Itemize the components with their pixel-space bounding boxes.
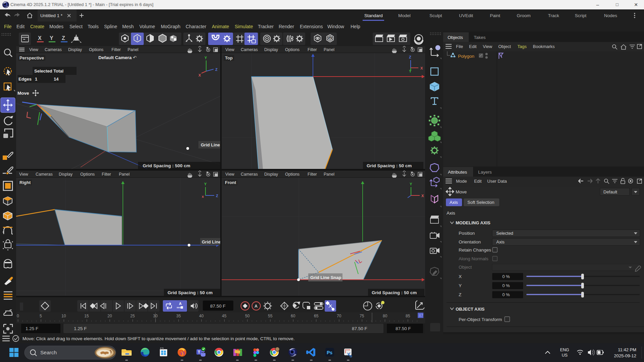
- svg-text:OBJECT AXIS: OBJECT AXIS: [456, 307, 485, 312]
- svg-text:0 %: 0 %: [502, 292, 510, 297]
- svg-text:Panel: Panel: [128, 47, 138, 52]
- svg-text:40: 40: [199, 314, 204, 318]
- svg-text:Attributes: Attributes: [448, 170, 467, 175]
- svg-text:Model: Model: [398, 13, 411, 18]
- svg-text:11:42 PM: 11:42 PM: [618, 347, 636, 352]
- svg-text:2025-09-12: 2025-09-12: [614, 353, 637, 358]
- svg-text:87.50 F: 87.50 F: [396, 326, 411, 331]
- svg-text:View: View: [29, 47, 39, 52]
- svg-text:Paint: Paint: [490, 13, 500, 18]
- svg-text:14: 14: [54, 77, 59, 82]
- svg-text:70: 70: [337, 314, 341, 318]
- svg-text:Cameras: Cameras: [36, 172, 53, 177]
- svg-text:Cameras: Cameras: [241, 47, 258, 52]
- svg-text:Grid Spacing : 500 cm: Grid Spacing : 500 cm: [143, 163, 190, 168]
- svg-text:X: X: [459, 274, 462, 279]
- svg-text:75: 75: [360, 314, 364, 318]
- svg-text:X: X: [198, 73, 201, 77]
- svg-text:87.50 F: 87.50 F: [210, 304, 226, 309]
- svg-text:Layers: Layers: [478, 170, 492, 175]
- svg-text:Search: Search: [40, 350, 57, 355]
- svg-text:Display: Display: [59, 172, 73, 177]
- svg-text:Orientation: Orientation: [459, 239, 481, 244]
- svg-text:Selected Total: Selected Total: [34, 69, 63, 74]
- svg-text:1.25 F: 1.25 F: [26, 326, 38, 331]
- svg-text:Mode: Mode: [456, 179, 467, 184]
- svg-text:Cameras: Cameras: [45, 47, 62, 52]
- svg-text:Takes: Takes: [474, 35, 486, 40]
- svg-text:Retain Changes: Retain Changes: [459, 247, 491, 253]
- svg-text:5: 5: [40, 314, 42, 318]
- svg-text:1.25 F: 1.25 F: [74, 326, 87, 331]
- svg-text:Display: Display: [264, 47, 278, 52]
- svg-text:MODELING AXIS: MODELING AXIS: [456, 220, 491, 225]
- svg-text:Move: Move: [456, 189, 467, 194]
- svg-text:Edit: Edit: [469, 44, 477, 49]
- svg-text:Z: Z: [459, 292, 461, 297]
- svg-text:Axis: Axis: [496, 239, 505, 244]
- svg-text:Options: Options: [80, 172, 95, 177]
- svg-text:View: View: [225, 172, 235, 177]
- svg-text:Filter: Filter: [308, 47, 317, 52]
- svg-text:Grid Line: Grid Line: [202, 239, 220, 244]
- svg-text:Filter: Filter: [308, 172, 317, 177]
- svg-text:UVEdit: UVEdit: [459, 13, 473, 18]
- svg-text:Object: Object: [459, 265, 472, 270]
- svg-text:0 %: 0 %: [502, 274, 510, 279]
- svg-text:Grid Line: Grid Line: [201, 142, 220, 147]
- svg-text:A: A: [329, 37, 331, 41]
- svg-text:Untitled 1 *: Untitled 1 *: [40, 13, 63, 18]
- svg-text:35: 35: [176, 314, 181, 318]
- svg-text:85: 85: [406, 314, 410, 318]
- svg-text:Per-Object Transform: Per-Object Transform: [459, 317, 502, 322]
- svg-text:45: 45: [222, 314, 227, 318]
- svg-text:Axis: Axis: [450, 200, 458, 205]
- svg-text:Y: Y: [410, 182, 412, 186]
- svg-text:Y: Y: [204, 182, 207, 186]
- svg-text:Panel: Panel: [324, 172, 334, 177]
- svg-text:Z: Z: [215, 67, 218, 72]
- svg-text:0: 0: [17, 314, 19, 318]
- svg-text:Selected: Selected: [496, 231, 513, 236]
- svg-text:X: X: [420, 66, 423, 70]
- svg-text:Grid Spacing : 50 cm: Grid Spacing : 50 cm: [367, 163, 412, 168]
- svg-text:15: 15: [84, 314, 89, 318]
- svg-text:Display: Display: [264, 172, 278, 177]
- svg-text:x: x: [202, 194, 204, 198]
- svg-text:Grid Spacing : 50 cm: Grid Spacing : 50 cm: [372, 290, 417, 295]
- svg-text:Y: Y: [204, 56, 207, 60]
- svg-text:0 %: 0 %: [502, 283, 510, 288]
- svg-text:87.50 F: 87.50 F: [352, 326, 367, 331]
- svg-text:Edit: Edit: [474, 179, 482, 184]
- svg-text:Cameras: Cameras: [241, 172, 258, 177]
- svg-text:Tags: Tags: [517, 44, 527, 49]
- svg-text:Object: Object: [498, 44, 511, 49]
- svg-text:80: 80: [383, 314, 387, 318]
- svg-text:Sculpt: Sculpt: [429, 13, 442, 18]
- svg-text:20: 20: [107, 314, 112, 318]
- svg-text:X: X: [421, 194, 424, 198]
- svg-text:Z: Z: [62, 35, 65, 41]
- svg-text:Along Normals: Along Normals: [459, 256, 489, 261]
- svg-text:Objects: Objects: [448, 35, 463, 40]
- svg-text:Options: Options: [285, 47, 300, 52]
- svg-text:X: X: [38, 35, 42, 41]
- svg-text:Z: Z: [216, 194, 218, 198]
- svg-text:Filter: Filter: [102, 172, 111, 177]
- svg-text:Track: Track: [548, 13, 559, 18]
- svg-text:Grid Spacing : 50 cm: Grid Spacing : 50 cm: [168, 290, 213, 295]
- svg-text:Z: Z: [409, 55, 411, 59]
- svg-text:Bookmarks: Bookmarks: [533, 44, 555, 49]
- svg-text:Panel: Panel: [324, 47, 334, 52]
- svg-text:Soft Selection: Soft Selection: [467, 200, 494, 205]
- svg-text:Axis: Axis: [447, 211, 455, 216]
- svg-text:Polygon: Polygon: [458, 54, 474, 59]
- svg-text:Options: Options: [285, 172, 300, 177]
- svg-text:View: View: [225, 47, 235, 52]
- svg-text:A: A: [179, 302, 182, 306]
- svg-text:ENG: ENG: [560, 348, 569, 352]
- svg-text:Nodes: Nodes: [604, 13, 617, 18]
- svg-text:User Data: User Data: [487, 179, 507, 184]
- svg-text:Display: Display: [68, 47, 82, 52]
- svg-text:55: 55: [268, 314, 273, 318]
